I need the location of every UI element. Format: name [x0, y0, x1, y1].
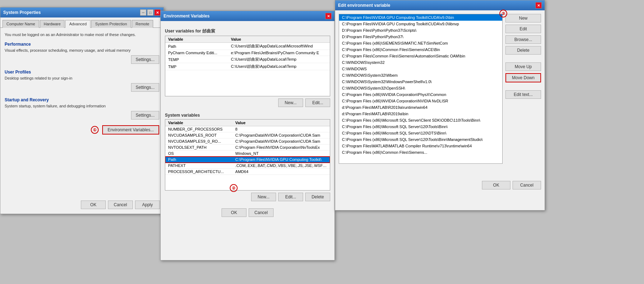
edit-env-close-button[interactable]: ✕ [535, 2, 542, 9]
edit-env-edit-text-button[interactable]: Edit text... [505, 90, 541, 99]
path-list-item[interactable]: C:\WINDOWS\System32\Wbem [339, 72, 502, 78]
system-var-value: AMD64 [233, 169, 330, 175]
sys-variable-col-header: Variable [165, 120, 233, 126]
path-list-item[interactable]: C:\Program Files (x86)\Microsoft SQL Ser… [339, 117, 502, 123]
tab-system-protection[interactable]: System Protection [91, 20, 131, 28]
user-var-variable: Path [165, 43, 228, 50]
path-list-item[interactable]: C:\Program Files\NVIDIA GPU Computing To… [339, 14, 502, 21]
startup-recovery-settings-button[interactable]: Settings... [131, 111, 159, 120]
system-var-row[interactable]: NVCUDASAMPLES_ROOTC:\ProgramData\NVIDIA … [165, 132, 330, 138]
user-var-value: C:\Users\邰曲宸\AppData\Local\Temp [228, 56, 330, 63]
path-list-item[interactable]: C:\WINDOWS\System32\WindowsPowerShell\v1… [339, 78, 502, 85]
user-var-value: C:\Users\邰曲宸\AppData\Local\Microsoft\Win… [228, 43, 330, 50]
edit-env-body: C:\Program Files\NVIDIA GPU Computing To… [339, 14, 541, 178]
tab-advanced[interactable]: Advanced [65, 20, 90, 28]
path-list-item[interactable]: C:\Program Files (x86)\NVIDIA Corporatio… [339, 98, 502, 104]
env-vars-bottom-buttons: OK Cancel [165, 208, 330, 217]
env-vars-cancel-button[interactable]: Cancel [249, 208, 274, 217]
edit-env-path-list[interactable]: C:\Program Files\NVIDIA GPU Computing To… [339, 14, 503, 164]
system-var-value: C:\Program Files\NVIDIA GPU Computing To… [233, 157, 330, 163]
user-var-variable: PyCharm Community Editi... [165, 50, 228, 56]
user-vars-tbody: PathC:\Users\邰曲宸\AppData\Local\Microsoft… [165, 43, 330, 70]
system-var-row[interactable]: NVCUDASAMPLES9_0_RO...C:\ProgramData\NVI… [165, 138, 330, 144]
system-var-variable: Path [165, 157, 233, 163]
system-var-variable: NVCUDASAMPLES_ROOT [165, 132, 233, 138]
user-var-row[interactable]: TEMPC:\Users\邰曲宸\AppData\Local\Temp [165, 56, 330, 63]
apply-button[interactable]: Apply [135, 201, 160, 209]
edit-env-cancel-button[interactable]: Cancel [513, 181, 541, 189]
user-edit-button[interactable]: Edit... [305, 98, 330, 107]
annotation-circle-2-container: ② [230, 184, 238, 192]
path-list-item[interactable]: C:\Program Files (x86)\Microsoft SQL Ser… [339, 130, 502, 136]
path-list-item[interactable]: C:\WINDOWS [339, 66, 502, 72]
edit-env-ok-button[interactable]: OK [482, 181, 510, 189]
path-list-item[interactable]: C:\Program Files\MATLAB\MATLAB Compiler … [339, 143, 502, 149]
system-var-row[interactable]: PROCESSOR_ARCHITECTU...AMD64 [165, 169, 330, 175]
tab-bar: Computer Name Hardware Advanced System P… [0, 17, 163, 28]
ok-button[interactable]: OK [81, 201, 106, 209]
system-var-value: 8 [233, 126, 330, 132]
user-vars-table-container[interactable]: Variable Value PathC:\Users\邰曲宸\AppData\… [165, 36, 330, 96]
performance-section: Performance Visual effects, processor sc… [5, 42, 159, 64]
close-button[interactable]: ✕ [154, 9, 161, 16]
edit-env-title: Edit environment variable [338, 3, 535, 8]
path-list-item[interactable]: C:\Program Files (x86)\NVIDIA Corporatio… [339, 91, 502, 98]
path-list-item[interactable]: C:\Program Files (x86)\Microsoft SQL Ser… [339, 136, 502, 143]
user-var-row[interactable]: PathC:\Users\邰曲宸\AppData\Local\Microsoft… [165, 43, 330, 50]
system-var-row[interactable]: NVTOOLSEXT_PATHC:\Program Files\NVIDIA C… [165, 144, 330, 151]
maximize-button[interactable]: □ [147, 9, 154, 16]
path-list-item[interactable]: C:\Program Files (x86)\Common Files\Siem… [339, 149, 502, 156]
path-list-item[interactable]: C:\Program Files\NVIDIA GPU Computing To… [339, 21, 502, 27]
performance-settings-button[interactable]: Settings... [131, 55, 159, 64]
path-list-item[interactable]: C:\WINDOWS\system32 [339, 59, 502, 66]
env-vars-close-button[interactable]: ✕ [325, 13, 332, 19]
edit-env-content: ③ C:\Program Files\NVIDIA GPU Computing … [335, 10, 545, 210]
system-var-row[interactable]: PathC:\Program Files\NVIDIA GPU Computin… [165, 157, 330, 163]
path-list-item[interactable]: d:\Program Files\MATLAB\R2019a\runtime\w… [339, 104, 502, 111]
cancel-button[interactable]: Cancel [108, 201, 133, 209]
system-delete-button[interactable]: Delete [305, 193, 330, 201]
tab-hardware[interactable]: Hardware [40, 20, 65, 28]
path-list-item[interactable]: d:\Program Files\MATLAB\R2019a\bin [339, 111, 502, 117]
edit-env-move-up-button[interactable]: Move Up [505, 62, 541, 71]
path-list-item[interactable]: C:\Program Files\Common Files\Siemens\Au… [339, 53, 502, 59]
system-var-value: C:\ProgramData\NVIDIA Corporation\CUDA S… [233, 132, 330, 138]
user-var-row[interactable]: TMPC:\Users\邰曲宸\AppData\Local\Temp [165, 63, 330, 70]
path-list-item[interactable]: C:\WINDOWS\System32\OpenSSH\ [339, 85, 502, 91]
edit-env-browse-button[interactable]: Browse... [505, 35, 541, 44]
system-vars-header-row: Variable Value [165, 120, 330, 126]
edit-env-delete-button[interactable]: Delete [505, 46, 541, 55]
minimize-button[interactable]: ─ [140, 9, 146, 16]
tab-computer-name[interactable]: Computer Name [2, 20, 39, 28]
system-var-variable: NVTOOLSEXT_PATH [165, 144, 233, 151]
tab-remote[interactable]: Remote [132, 20, 154, 28]
system-edit-button[interactable]: Edit... [278, 193, 303, 201]
user-var-row[interactable]: PyCharm Community Editi...e:\Program Fil… [165, 50, 330, 56]
path-list-item[interactable]: D:\Program Files\Python\Python37\ [339, 34, 502, 40]
user-vars-buttons: New... Edit... [165, 98, 330, 107]
path-list-item[interactable]: C:\Program Files (x86)\SIEMENS\SIMATIC.N… [339, 40, 502, 46]
path-list-item[interactable]: C:\Program Files (x86)\Common Files\Siem… [339, 46, 502, 53]
path-list-item[interactable]: C:\Program Files (x86)\Microsoft SQL Ser… [339, 123, 502, 130]
system-vars-tbody: NUMBER_OF_PROCESSORS8NVCUDASAMPLES_ROOTC… [165, 126, 330, 175]
system-properties-window: System Properties ─ □ ✕ Computer Name Ha… [0, 7, 164, 214]
user-var-value: C:\Users\邰曲宸\AppData\Local\Temp [228, 63, 330, 70]
annotation-circle-3: ③ [499, 10, 507, 17]
path-list-item[interactable]: D:\Program Files\Python\Python37\Scripts… [339, 27, 502, 34]
system-new-button[interactable]: New... [251, 193, 276, 201]
env-vars-button[interactable]: Environment Variables... [102, 125, 159, 135]
edit-env-sidebar-buttons: New Edit Browse... Delete Move Up Move D… [505, 14, 541, 178]
edit-env-new-button[interactable]: New [505, 14, 541, 22]
system-var-row[interactable]: OSWindows_NT [165, 151, 330, 157]
system-vars-buttons: New... Edit... Delete [165, 193, 330, 201]
edit-env-move-down-button[interactable]: Move Down [505, 73, 541, 82]
user-var-variable: TMP [165, 63, 228, 70]
system-vars-table-container[interactable]: Variable Value NUMBER_OF_PROCESSORS8NVCU… [165, 119, 330, 191]
sys-value-col-header: Value [233, 120, 330, 126]
edit-env-edit-button[interactable]: Edit [505, 25, 541, 33]
user-profiles-settings-button[interactable]: Settings... [131, 83, 159, 92]
env-vars-ok-button[interactable]: OK [222, 208, 246, 217]
system-var-row[interactable]: NUMBER_OF_PROCESSORS8 [165, 126, 330, 132]
system-var-row[interactable]: PATHEXT.COM;.EXE;.BAT;.CMD;.VBS;.VBE;.JS… [165, 163, 330, 169]
user-new-button[interactable]: New... [278, 98, 303, 107]
